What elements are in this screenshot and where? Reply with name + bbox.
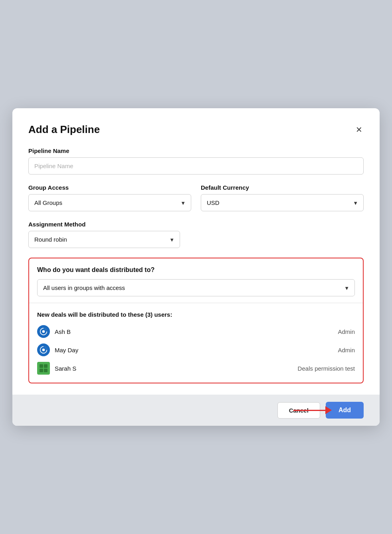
default-currency-label: Default Currency <box>201 184 364 191</box>
modal-header: Add a Pipeline × <box>28 123 364 136</box>
svg-rect-7 <box>40 369 43 372</box>
user-name-ash: Ash B <box>55 328 71 335</box>
user-left-may: May Day <box>37 343 78 356</box>
table-row: May Day Admin <box>37 343 355 356</box>
assignment-method-section: Assignment Method Round robin ▼ <box>28 221 364 248</box>
user-name-sarah: Sarah S <box>55 365 76 372</box>
arrow-annotation <box>293 406 332 414</box>
distribution-bottom: New deals will be distributed to these (… <box>29 303 363 383</box>
assignment-method-label: Assignment Method <box>28 221 364 228</box>
modal-title: Add a Pipeline <box>28 123 100 136</box>
svg-point-3 <box>42 349 45 351</box>
svg-rect-8 <box>44 369 48 372</box>
distribution-info: New deals will be distributed to these (… <box>37 311 355 318</box>
group-access-col: Group Access All Groups ▼ <box>28 184 191 211</box>
table-row: Sarah S Deals permission test <box>37 362 355 375</box>
distribution-top: Who do you want deals distributed to? Al… <box>29 258 363 303</box>
default-currency-select[interactable]: USD <box>201 194 364 211</box>
user-role-ash: Admin <box>338 328 355 335</box>
group-access-wrapper: All Groups ▼ <box>28 194 191 211</box>
pipeline-name-section: Pipeline Name <box>28 147 364 175</box>
user-list: Ash B Admin <box>37 325 355 375</box>
group-access-label: Group Access <box>28 184 191 191</box>
group-access-select[interactable]: All Groups <box>28 194 191 211</box>
svg-rect-4 <box>38 363 49 374</box>
arrow-line <box>293 410 325 411</box>
default-currency-col: Default Currency USD ▼ <box>201 184 364 211</box>
user-role-sarah: Deals permission test <box>298 365 355 372</box>
avatar <box>37 325 50 338</box>
avatar <box>37 362 50 375</box>
user-left-sarah: Sarah S <box>37 362 76 375</box>
pipeline-name-input[interactable] <box>28 157 364 175</box>
table-row: Ash B Admin <box>37 325 355 338</box>
distribution-users-select[interactable]: All users in groups with access <box>37 279 355 296</box>
modal-dialog: Add a Pipeline × Pipeline Name Group Acc… <box>12 108 380 426</box>
user-left-ash: Ash B <box>37 325 71 338</box>
user-role-may: Admin <box>338 347 355 353</box>
pipeline-name-label: Pipeline Name <box>28 147 364 154</box>
arrow-head-icon <box>325 406 332 414</box>
user-name-may: May Day <box>55 347 78 353</box>
distribution-question: Who do you want deals distributed to? <box>37 266 355 274</box>
group-currency-row: Group Access All Groups ▼ Default Curren… <box>28 184 364 211</box>
distribution-users-wrapper: All users in groups with access ▼ <box>37 279 355 296</box>
svg-point-1 <box>42 330 45 333</box>
close-button[interactable]: × <box>354 123 364 136</box>
distribution-box: Who do you want deals distributed to? Al… <box>28 258 364 383</box>
svg-rect-5 <box>40 364 43 368</box>
assignment-method-select[interactable]: Round robin <box>28 231 180 248</box>
svg-rect-6 <box>44 364 48 368</box>
assignment-method-wrapper: Round robin ▼ <box>28 231 180 248</box>
modal-footer: Cancel Add <box>12 395 380 426</box>
avatar <box>37 343 50 356</box>
default-currency-wrapper: USD ▼ <box>201 194 364 211</box>
overlay: Add a Pipeline × Pipeline Name Group Acc… <box>0 0 392 534</box>
